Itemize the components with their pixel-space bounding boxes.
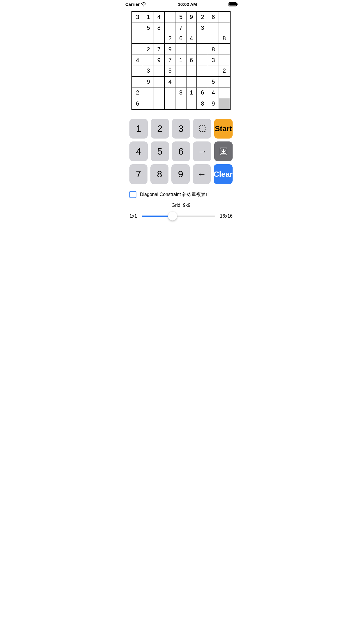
- sudoku-cell-3-6[interactable]: [197, 44, 208, 55]
- sudoku-cell-4-1[interactable]: [143, 55, 154, 66]
- sudoku-cell-2-2[interactable]: [154, 33, 165, 44]
- sudoku-cell-3-5[interactable]: [187, 44, 197, 55]
- sudoku-cell-1-7[interactable]: [208, 22, 219, 33]
- sudoku-cell-8-8[interactable]: [219, 98, 230, 109]
- slider-thumb[interactable]: [168, 212, 177, 220]
- slider-wrapper[interactable]: [142, 211, 215, 221]
- sudoku-cell-3-1[interactable]: 2: [143, 44, 154, 55]
- sudoku-cell-4-6[interactable]: [197, 55, 208, 66]
- sudoku-cell-4-4[interactable]: 1: [175, 55, 186, 66]
- sudoku-cell-8-6[interactable]: 8: [197, 98, 208, 109]
- sudoku-cell-3-0[interactable]: [132, 44, 143, 55]
- key-7[interactable]: 7: [129, 164, 147, 184]
- key-2[interactable]: 2: [151, 119, 169, 139]
- key-download[interactable]: [214, 141, 233, 161]
- key-left[interactable]: ←: [193, 164, 211, 184]
- sudoku-cell-5-6[interactable]: [197, 66, 208, 77]
- sudoku-cell-2-5[interactable]: 4: [187, 33, 197, 44]
- sudoku-cell-5-7[interactable]: [208, 66, 219, 77]
- key-3[interactable]: 3: [172, 119, 190, 139]
- key-8[interactable]: 8: [150, 164, 168, 184]
- sudoku-cell-7-8[interactable]: [219, 88, 230, 98]
- sudoku-cell-1-2[interactable]: 8: [154, 22, 165, 33]
- sudoku-cell-7-0[interactable]: 2: [132, 88, 143, 98]
- sudoku-cell-0-4[interactable]: 5: [175, 12, 186, 22]
- sudoku-cell-6-2[interactable]: [154, 77, 165, 88]
- sudoku-cell-0-8[interactable]: [219, 12, 230, 22]
- sudoku-cell-7-4[interactable]: 8: [175, 88, 186, 98]
- sudoku-cell-2-0[interactable]: [132, 33, 143, 44]
- sudoku-grid[interactable]: 314592658732648279849716335294528164689: [131, 11, 231, 110]
- key-9[interactable]: 9: [171, 164, 189, 184]
- sudoku-cell-0-1[interactable]: 1: [143, 12, 154, 22]
- key-1[interactable]: 1: [129, 119, 148, 139]
- sudoku-cell-6-1[interactable]: 9: [143, 77, 154, 88]
- sudoku-cell-6-5[interactable]: [187, 77, 197, 88]
- sudoku-cell-8-0[interactable]: 6: [132, 98, 143, 109]
- sudoku-cell-5-2[interactable]: [154, 66, 165, 77]
- sudoku-cell-1-0[interactable]: [132, 22, 143, 33]
- sudoku-cell-2-8[interactable]: 8: [219, 33, 230, 44]
- sudoku-cell-0-7[interactable]: 6: [208, 12, 219, 22]
- sudoku-cell-8-4[interactable]: [175, 98, 186, 109]
- sudoku-cell-8-1[interactable]: [143, 98, 154, 109]
- sudoku-cell-2-4[interactable]: 6: [175, 33, 186, 44]
- sudoku-cell-0-2[interactable]: 4: [154, 12, 165, 22]
- key-select[interactable]: [193, 119, 211, 139]
- sudoku-cell-3-8[interactable]: [219, 44, 230, 55]
- sudoku-cell-3-7[interactable]: 8: [208, 44, 219, 55]
- sudoku-cell-3-3[interactable]: 9: [165, 44, 175, 55]
- sudoku-cell-2-1[interactable]: [143, 33, 154, 44]
- sudoku-cell-6-8[interactable]: [219, 77, 230, 88]
- key-start[interactable]: Start: [214, 119, 233, 139]
- diagonal-constraint-checkbox[interactable]: [129, 191, 136, 198]
- sudoku-cell-0-0[interactable]: 3: [132, 12, 143, 22]
- sudoku-cell-8-5[interactable]: [187, 98, 197, 109]
- sudoku-cell-7-2[interactable]: [154, 88, 165, 98]
- sudoku-cell-3-2[interactable]: 7: [154, 44, 165, 55]
- sudoku-cell-5-4[interactable]: [175, 66, 186, 77]
- sudoku-cell-4-5[interactable]: 6: [187, 55, 197, 66]
- sudoku-cell-2-6[interactable]: [197, 33, 208, 44]
- sudoku-cell-7-3[interactable]: [165, 88, 175, 98]
- sudoku-cell-4-2[interactable]: 9: [154, 55, 165, 66]
- sudoku-cell-6-4[interactable]: [175, 77, 186, 88]
- key-6[interactable]: 6: [172, 141, 190, 161]
- sudoku-cell-0-6[interactable]: 2: [197, 12, 208, 22]
- sudoku-cell-2-3[interactable]: 2: [165, 33, 175, 44]
- sudoku-cell-1-4[interactable]: 7: [175, 22, 186, 33]
- sudoku-cell-6-7[interactable]: 5: [208, 77, 219, 88]
- sudoku-cell-1-8[interactable]: [219, 22, 230, 33]
- sudoku-cell-5-1[interactable]: 3: [143, 66, 154, 77]
- sudoku-cell-1-3[interactable]: [165, 22, 175, 33]
- sudoku-cell-8-3[interactable]: [165, 98, 175, 109]
- sudoku-cell-8-7[interactable]: 9: [208, 98, 219, 109]
- sudoku-cell-2-7[interactable]: [208, 33, 219, 44]
- sudoku-cell-5-5[interactable]: [187, 66, 197, 77]
- sudoku-cell-1-5[interactable]: [187, 22, 197, 33]
- sudoku-cell-1-1[interactable]: 5: [143, 22, 154, 33]
- sudoku-cell-6-3[interactable]: 4: [165, 77, 175, 88]
- sudoku-cell-4-0[interactable]: 4: [132, 55, 143, 66]
- sudoku-cell-1-6[interactable]: 3: [197, 22, 208, 33]
- sudoku-cell-7-7[interactable]: 4: [208, 88, 219, 98]
- sudoku-cell-3-4[interactable]: [175, 44, 186, 55]
- sudoku-cell-4-3[interactable]: 7: [165, 55, 175, 66]
- key-4[interactable]: 4: [129, 141, 148, 161]
- sudoku-cell-5-3[interactable]: 5: [165, 66, 175, 77]
- sudoku-cell-7-6[interactable]: 6: [197, 88, 208, 98]
- sudoku-cell-6-0[interactable]: [132, 77, 143, 88]
- sudoku-cell-7-1[interactable]: [143, 88, 154, 98]
- sudoku-cell-8-2[interactable]: [154, 98, 165, 109]
- sudoku-cell-4-7[interactable]: 3: [208, 55, 219, 66]
- key-right[interactable]: →: [193, 141, 211, 161]
- sudoku-cell-6-6[interactable]: [197, 77, 208, 88]
- sudoku-cell-4-8[interactable]: [219, 55, 230, 66]
- key-clear[interactable]: Clear: [214, 164, 233, 184]
- sudoku-cell-0-3[interactable]: [165, 12, 175, 22]
- sudoku-cell-7-5[interactable]: 1: [187, 88, 197, 98]
- sudoku-cell-5-8[interactable]: 2: [219, 66, 230, 77]
- sudoku-cell-0-5[interactable]: 9: [187, 12, 197, 22]
- key-5[interactable]: 5: [151, 141, 169, 161]
- sudoku-cell-5-0[interactable]: [132, 66, 143, 77]
